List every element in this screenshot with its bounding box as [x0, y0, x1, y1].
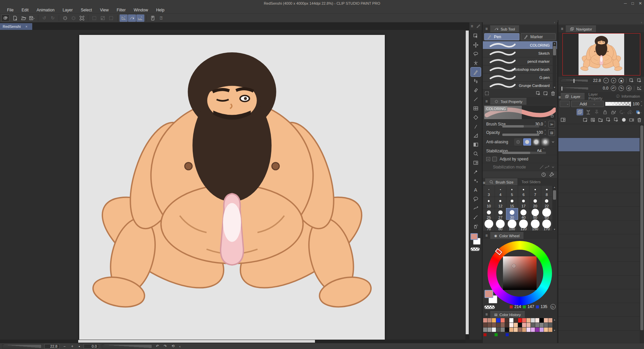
- panel-menu-icon[interactable]: ≡: [483, 311, 490, 318]
- history-swatch[interactable]: [496, 323, 500, 327]
- brush-size-3[interactable]: 3: [483, 186, 495, 197]
- brush-size-60[interactable]: 60: [541, 208, 553, 219]
- history-swatch[interactable]: [505, 318, 509, 322]
- brush-tool[interactable]: [471, 212, 481, 221]
- text-tool[interactable]: A: [471, 185, 481, 194]
- brush-size-22[interactable]: 22: [541, 197, 553, 208]
- information-tab[interactable]: ⓘ Information: [612, 93, 644, 100]
- history-swatch[interactable]: [488, 328, 492, 332]
- flow-tool[interactable]: [471, 203, 481, 212]
- vector-snap-button[interactable]: [136, 14, 144, 22]
- tool-sliders-tab[interactable]: Tool Sliders: [517, 179, 545, 185]
- history-swatch[interactable]: [483, 323, 487, 327]
- fit-to-width-icon[interactable]: [637, 78, 642, 83]
- new-layer-icon[interactable]: [583, 117, 588, 122]
- history-swatch[interactable]: [535, 323, 539, 327]
- wrench-icon[interactable]: [549, 172, 554, 177]
- brush-size-tab[interactable]: Brush Size: [485, 179, 517, 185]
- rotate-left-button[interactable]: ↶: [155, 344, 160, 348]
- lock-layer-toggle[interactable]: [602, 109, 608, 115]
- deselect-button[interactable]: [90, 14, 98, 22]
- canvas-vertical-scrollbar[interactable]: [465, 30, 469, 340]
- aa-weak-button[interactable]: [523, 138, 531, 146]
- history-swatch[interactable]: [501, 328, 505, 332]
- zoom-in-button[interactable]: ＋: [69, 344, 75, 349]
- auto-select-tool[interactable]: [471, 58, 481, 67]
- history-swatch[interactable]: [531, 328, 535, 332]
- layer-tab[interactable]: Layer: [561, 93, 585, 100]
- brush-size-170[interactable]: 170: [541, 220, 553, 231]
- brush-size-5[interactable]: 5: [506, 186, 518, 197]
- brush-size-15[interactable]: 15: [506, 197, 518, 208]
- line-tool[interactable]: [471, 95, 481, 104]
- panel-menu-icon[interactable]: ≡: [483, 181, 485, 185]
- correct-line-button[interactable]: [128, 14, 136, 22]
- pencil-tool[interactable]: [471, 122, 481, 131]
- chevron-down-icon[interactable]: [551, 165, 555, 169]
- layer-opacity-slider[interactable]: [605, 102, 631, 106]
- timelapse-icon[interactable]: [541, 172, 546, 177]
- history-swatch[interactable]: [548, 323, 552, 327]
- lock-icon[interactable]: [550, 113, 554, 118]
- link-size-button[interactable]: ≫: [548, 121, 555, 128]
- history-swatch[interactable]: [514, 318, 518, 322]
- menu-item-edit[interactable]: Edit: [18, 7, 32, 13]
- menu-item-filter[interactable]: Filter: [113, 7, 130, 13]
- onion-skin-toggle[interactable]: [585, 109, 592, 115]
- layer-row[interactable]: [558, 289, 644, 303]
- navigator-tab[interactable]: Navigator: [566, 26, 596, 32]
- subtool-item[interactable]: COLORING: [483, 41, 557, 49]
- history-swatch[interactable]: [488, 323, 492, 327]
- history-swatch[interactable]: [488, 318, 492, 322]
- rotate-right-icon[interactable]: ↷: [618, 86, 624, 91]
- history-swatch[interactable]: [501, 323, 505, 327]
- zoom-value[interactable]: 22.8: [44, 344, 60, 349]
- history-swatch[interactable]: [509, 323, 513, 327]
- flip-horizontal-icon[interactable]: [637, 86, 642, 91]
- history-swatch[interactable]: [496, 328, 500, 332]
- history-swatch[interactable]: [540, 318, 544, 322]
- select-border-button[interactable]: [107, 14, 115, 22]
- save-preset-icon[interactable]: [536, 91, 541, 96]
- layer-row[interactable]: [558, 303, 644, 317]
- mode-a-icon[interactable]: [539, 164, 544, 170]
- blend-mode-dropdown[interactable]: ⌄: [560, 101, 570, 107]
- opacity-slider[interactable]: [502, 134, 539, 136]
- layer-color-toggle[interactable]: ⌄: [635, 109, 642, 115]
- brush-size-10[interactable]: 10: [483, 197, 495, 208]
- history-swatch[interactable]: [535, 328, 539, 332]
- history-swatch[interactable]: [531, 323, 535, 327]
- tab-close-icon[interactable]: ×: [26, 25, 28, 29]
- brush-size-40[interactable]: 40: [518, 208, 530, 219]
- subtool-item[interactable]: pencil marker: [483, 57, 557, 65]
- history-swatch[interactable]: [505, 323, 509, 327]
- new-folder-icon[interactable]: [598, 117, 603, 122]
- tablet-mode-button[interactable]: [149, 14, 157, 22]
- fit-button[interactable]: ▪: [78, 344, 81, 348]
- layer-row[interactable]: [558, 220, 644, 234]
- move-tool[interactable]: [471, 40, 481, 49]
- brush-size-150[interactable]: 150: [530, 220, 541, 231]
- ruler-range-toggle[interactable]: ⌄: [627, 109, 634, 115]
- history-swatch[interactable]: [501, 318, 505, 322]
- layer-opacity-spinner[interactable]: 100⌃⌄: [633, 101, 643, 107]
- lock-alpha-toggle[interactable]: [610, 109, 617, 115]
- spray-tool[interactable]: [471, 221, 481, 231]
- new-canvas-button[interactable]: [11, 14, 19, 22]
- brush-size-7[interactable]: 7: [530, 186, 541, 197]
- frame-tool[interactable]: [471, 104, 481, 113]
- history-swatch[interactable]: [531, 318, 535, 322]
- 2d-camera-icon[interactable]: [629, 117, 634, 122]
- layer-row[interactable]: [558, 262, 644, 276]
- help-button[interactable]: ⍰: [157, 14, 165, 22]
- menu-item-file[interactable]: File: [3, 7, 17, 13]
- subtool-tab-pen[interactable]: Pen: [484, 33, 519, 40]
- rotate-right-button[interactable]: ↷: [163, 344, 168, 348]
- add-dropdown[interactable]: Add⌄: [571, 101, 604, 107]
- history-swatch[interactable]: [526, 328, 531, 332]
- saturation-value-box[interactable]: [503, 256, 537, 290]
- layer-row[interactable]: [558, 331, 644, 344]
- brush-size-70[interactable]: 70: [483, 220, 495, 231]
- layer-scrollbar[interactable]: ▲▼: [640, 124, 644, 348]
- ruler-tool[interactable]: [471, 131, 481, 140]
